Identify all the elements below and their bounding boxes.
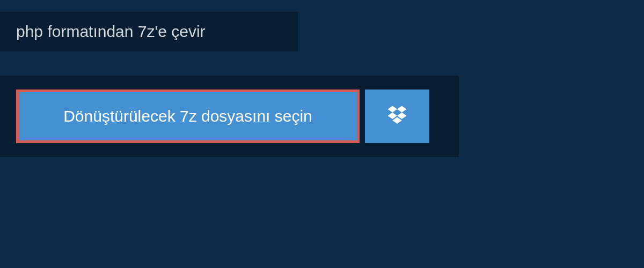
- page-title: php formatından 7z'e çevir: [16, 23, 206, 40]
- upload-panel: Dönüştürülecek 7z dosyasını seçin: [0, 76, 459, 157]
- select-file-button-label: Dönüştürülecek 7z dosyasını seçin: [63, 107, 312, 125]
- dropbox-button[interactable]: [365, 90, 429, 143]
- select-file-button[interactable]: Dönüştürülecek 7z dosyasını seçin: [16, 90, 360, 143]
- dropbox-icon: [386, 104, 408, 129]
- page-title-tab: php formatından 7z'e çevir: [0, 12, 298, 51]
